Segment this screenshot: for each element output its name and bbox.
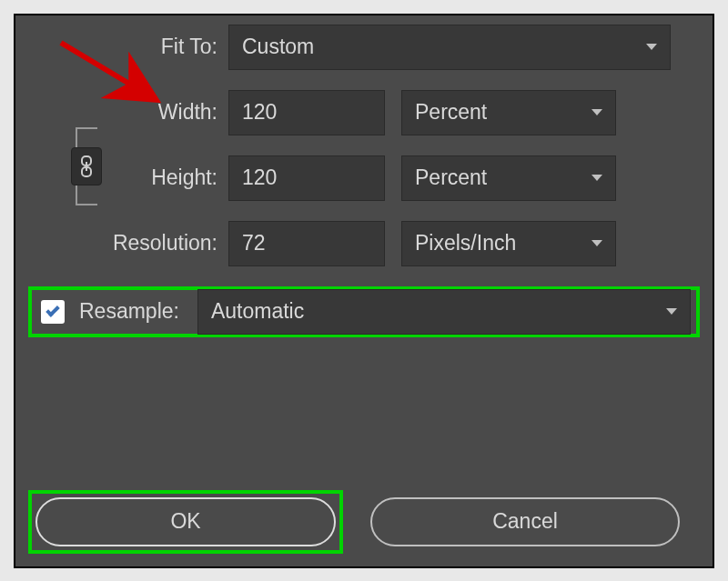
chevron-down-icon (646, 44, 657, 50)
fit-to-select[interactable]: Custom (228, 25, 671, 70)
chain-icon (79, 155, 94, 177)
width-label: Width: (28, 100, 228, 125)
chevron-down-icon (592, 175, 602, 181)
height-unit-value: Percent (415, 165, 487, 190)
bracket-icon (76, 127, 97, 147)
resolution-unit-value: Pixels/Inch (415, 231, 516, 255)
width-input[interactable] (228, 90, 385, 135)
fit-to-row: Fit To: Custom (28, 25, 700, 70)
resolution-row: Resolution: Pixels/Inch (28, 221, 700, 266)
chevron-down-icon (666, 308, 677, 315)
chevron-down-icon (592, 109, 602, 115)
checkmark-icon (46, 303, 60, 317)
annotation-highlight-ok: OK (28, 490, 343, 554)
width-unit-select[interactable]: Percent (401, 90, 616, 135)
resample-row: Resample: Automatic (28, 286, 700, 337)
resolution-unit-select[interactable]: Pixels/Inch (401, 221, 616, 266)
image-size-dialog: Fit To: Custom Width: Percent Height: (14, 14, 714, 568)
dialog-buttons: OK Cancel (28, 490, 700, 554)
width-row: Width: Percent (28, 90, 700, 135)
resample-checkbox[interactable] (41, 300, 65, 324)
height-row: Height: Percent (28, 155, 700, 201)
resolution-label: Resolution: (28, 231, 228, 255)
height-unit-select[interactable]: Percent (401, 155, 616, 201)
resample-method-value: Automatic (211, 299, 304, 324)
height-input[interactable] (228, 155, 385, 201)
fit-to-value: Custom (242, 35, 314, 59)
resample-method-select[interactable]: Automatic (197, 289, 691, 335)
cancel-button[interactable]: Cancel (370, 497, 680, 546)
bracket-icon (76, 185, 97, 205)
height-label: Height: (28, 165, 228, 190)
fit-to-label: Fit To: (28, 35, 228, 59)
link-dimensions (68, 108, 105, 225)
resample-label: Resample: (79, 299, 179, 324)
resolution-input[interactable] (228, 221, 385, 266)
ok-button[interactable]: OK (35, 497, 336, 546)
width-unit-value: Percent (415, 100, 487, 125)
chevron-down-icon (592, 240, 602, 246)
link-icon[interactable] (71, 147, 102, 185)
